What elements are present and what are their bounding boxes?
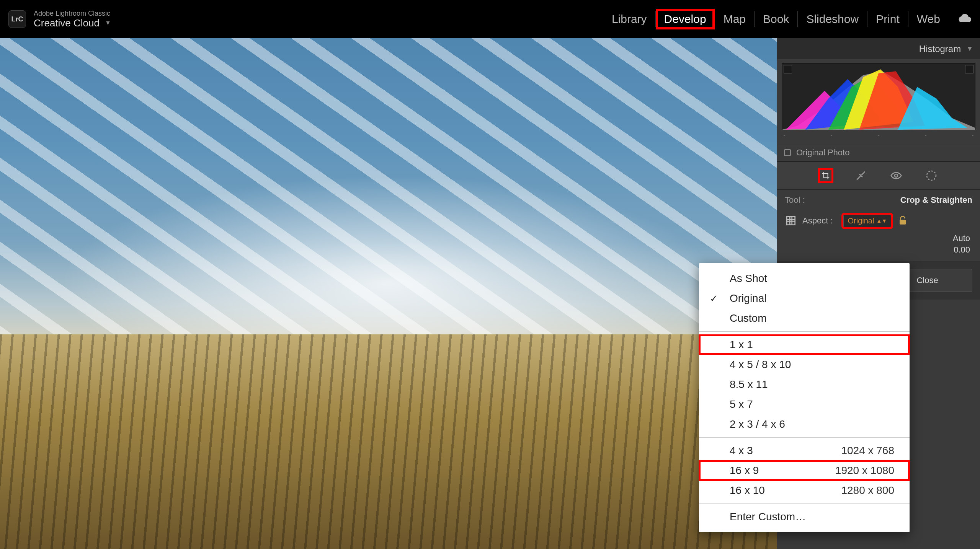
module-map[interactable]: Map — [715, 9, 754, 29]
svg-point-0 — [895, 174, 898, 177]
original-photo-row[interactable]: Original Photo — [777, 144, 980, 161]
aspect-option-original[interactable]: ✓Original — [699, 288, 910, 308]
chevron-down-icon: ▼ — [105, 20, 111, 26]
cloud-sync-icon[interactable] — [957, 14, 972, 24]
check-icon: ✓ — [710, 293, 718, 305]
option-label: 4 x 5 / 8 x 10 — [730, 358, 791, 371]
option-label: Enter Custom… — [730, 511, 806, 523]
aspect-label: Aspect : — [802, 216, 833, 226]
svg-rect-2 — [787, 217, 795, 225]
brand-title[interactable]: Creative Cloud ▼ — [34, 18, 111, 29]
angle-auto-row[interactable]: Auto — [777, 231, 980, 244]
tool-label: Tool : — [785, 195, 805, 205]
option-label: 2 x 3 / 4 x 6 — [730, 418, 785, 430]
option-label: Original — [730, 292, 766, 305]
lock-icon[interactable] — [897, 214, 909, 227]
histogram-header[interactable]: Histogram ▼ — [777, 38, 980, 59]
aspect-option-ratio[interactable]: 5 x 7 — [699, 394, 910, 414]
aspect-option-ratio[interactable]: 1 x 1 — [699, 335, 910, 355]
radial-filter-icon[interactable] — [924, 168, 939, 183]
auto-label: Auto — [953, 233, 970, 243]
aspect-option-as-shot[interactable]: As Shot — [699, 269, 910, 288]
aspect-option-ratio[interactable]: 2 x 3 / 4 x 6 — [699, 414, 910, 434]
module-develop[interactable]: Develop — [656, 9, 715, 29]
aspect-option-custom[interactable]: Custom — [699, 308, 910, 328]
aspect-option-ratio[interactable]: 4 x 31024 x 768 — [699, 441, 910, 461]
aspect-option-ratio[interactable]: 16 x 91920 x 1080 — [699, 461, 910, 481]
option-label: 4 x 3 — [730, 445, 753, 457]
svg-point-1 — [927, 171, 936, 180]
module-picker: LibraryDevelopMapBookSlideshowPrintWeb — [603, 9, 949, 29]
histogram[interactable] — [782, 63, 975, 130]
aspect-row: Aspect : Original ▲▼ — [777, 210, 980, 231]
aspect-option-ratio[interactable]: 16 x 101280 x 800 — [699, 481, 910, 500]
option-label: 16 x 10 — [730, 484, 765, 497]
histogram-label: Histogram — [919, 44, 961, 54]
photo-preview[interactable] — [0, 38, 777, 549]
angle-value: 0.00 — [954, 245, 970, 255]
checkbox-icon[interactable] — [784, 149, 791, 156]
option-resolution: 1024 x 768 — [841, 445, 894, 457]
angle-value-row[interactable]: 0.00 — [777, 244, 980, 261]
aspect-dropdown-value: Original — [848, 217, 874, 225]
option-label: 5 x 7 — [730, 398, 753, 411]
tool-name: Crop & Straighten — [900, 195, 972, 205]
module-print[interactable]: Print — [867, 9, 908, 29]
histogram-scale: ----- — [782, 130, 975, 142]
aspect-dropdown[interactable]: Original ▲▼ — [843, 215, 891, 227]
option-label: 1 x 1 — [730, 339, 753, 351]
redeye-tool-icon[interactable] — [889, 168, 904, 183]
aspect-option-enter-custom[interactable]: Enter Custom… — [699, 507, 910, 527]
chevron-down-icon: ▼ — [966, 45, 973, 53]
brand-block: Adobe Lightroom Classic Creative Cloud ▼ — [34, 10, 111, 28]
chevron-updown-icon: ▲▼ — [876, 218, 887, 224]
healing-tool-icon[interactable] — [853, 168, 869, 183]
option-resolution: 1280 x 800 — [841, 484, 894, 497]
module-web[interactable]: Web — [908, 9, 949, 29]
aspect-option-ratio[interactable]: 4 x 5 / 8 x 10 — [699, 355, 910, 375]
module-slideshow[interactable]: Slideshow — [798, 9, 867, 29]
svg-rect-3 — [900, 220, 906, 225]
aspect-option-ratio[interactable]: 8.5 x 11 — [699, 375, 910, 394]
module-library[interactable]: Library — [603, 9, 655, 29]
module-book[interactable]: Book — [755, 9, 797, 29]
crop-tool-icon[interactable] — [818, 168, 833, 183]
original-photo-label: Original Photo — [796, 148, 849, 158]
option-resolution: 1920 x 1080 — [835, 464, 894, 477]
brand-title-text: Creative Cloud — [34, 18, 100, 29]
tool-strip — [777, 161, 980, 190]
aspect-menu[interactable]: As Shot✓OriginalCustom1 x 14 x 5 / 8 x 1… — [699, 263, 910, 532]
brand-subtitle: Adobe Lightroom Classic — [34, 10, 111, 18]
option-label: 16 x 9 — [730, 464, 759, 477]
top-bar: LrC Adobe Lightroom Classic Creative Clo… — [0, 0, 980, 38]
crop-overlay-icon[interactable] — [785, 215, 797, 227]
option-label: Custom — [730, 312, 766, 324]
tool-name-row: Tool : Crop & Straighten — [777, 190, 980, 210]
option-label: As Shot — [730, 272, 767, 285]
option-label: 8.5 x 11 — [730, 378, 768, 391]
app-logo: LrC — [8, 10, 26, 28]
